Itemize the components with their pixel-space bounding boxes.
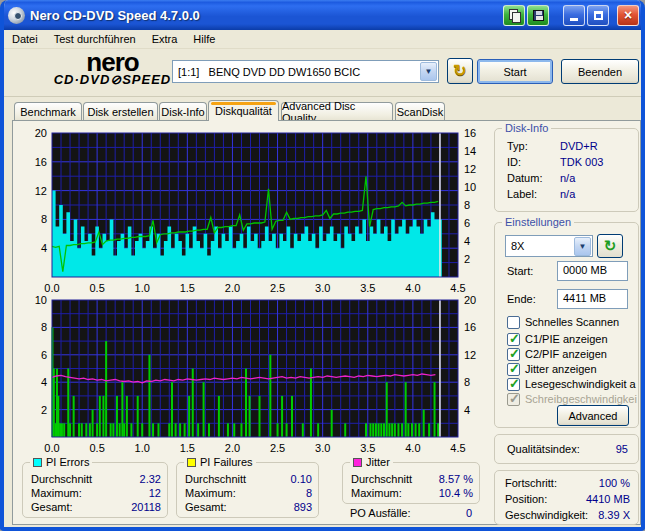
svg-text:16: 16: [464, 321, 476, 333]
tab-benchmark[interactable]: Benchmark: [14, 102, 82, 120]
svg-text:3.0: 3.0: [315, 442, 330, 454]
svg-text:16: 16: [464, 127, 476, 139]
nero-logo: nero CD·DVD⊘SPEED: [30, 50, 195, 87]
svg-text:20: 20: [35, 127, 47, 139]
svg-text:14: 14: [464, 145, 476, 157]
refresh-icon: ↻: [604, 237, 617, 255]
check-icon: ✓: [509, 346, 520, 361]
disk-info-row: Datum: n/a: [507, 172, 632, 186]
disk-info-row: Typ: DVD+R: [507, 140, 632, 154]
pi-errors-chart: 481216202468101214160.00.51.01.52.02.53.…: [18, 124, 488, 294]
progress-panel: Fortschritt: 100 % Position: 4410 MB Ges…: [494, 470, 639, 525]
tab-advanced-disc-quality[interactable]: Advanced Disc Quality: [281, 102, 393, 120]
svg-text:12: 12: [35, 185, 47, 197]
disk-info-row: ID: TDK 003: [507, 156, 632, 170]
svg-text:4: 4: [41, 376, 47, 388]
checkbox-c1-pie[interactable]: ✓ C1/PIE anzeigen: [507, 332, 608, 346]
jitter-legend-swatch: [353, 458, 362, 467]
pi-failures-stats: PI Failures Durchschnitt0.10 Maximum:8 G…: [176, 462, 319, 518]
toolbar: nero CD·DVD⊘SPEED [1:1] BENQ DVD DD DW16…: [4, 49, 641, 97]
menu-test-durchfuehren[interactable]: Test durchführen: [54, 33, 136, 45]
scan-speed-value: 8X: [506, 240, 574, 252]
svg-text:1.0: 1.0: [135, 442, 150, 454]
svg-text:2.5: 2.5: [270, 442, 285, 454]
check-icon: ✓: [509, 391, 520, 406]
pie-legend-swatch: [33, 458, 42, 467]
drive-tools-button[interactable]: ↻: [447, 58, 473, 84]
export-results-button[interactable]: [503, 5, 525, 26]
chevron-down-icon[interactable]: ▼: [420, 62, 437, 81]
pi-errors-stats-title: PI Errors: [30, 456, 92, 468]
checkbox-box: ✓: [507, 316, 520, 329]
svg-text:8: 8: [41, 213, 47, 225]
svg-text:10: 10: [464, 181, 476, 193]
start-position-field[interactable]: 0000 MB: [557, 261, 628, 281]
app-cd-icon: [8, 7, 25, 24]
close-icon: ×: [624, 8, 632, 22]
svg-text:6: 6: [41, 349, 47, 361]
checkbox-lesegeschwindigkeit[interactable]: ✓ Lesegeschwindigkeit a: [507, 377, 636, 391]
minimize-icon: [570, 18, 578, 21]
menu-hilfe[interactable]: Hilfe: [193, 33, 215, 45]
quit-button[interactable]: Beenden: [561, 59, 639, 84]
svg-text:0.5: 0.5: [89, 442, 104, 454]
drive-select[interactable]: [1:1] BENQ DVD DD DW1650 BCIC ▼: [172, 60, 439, 83]
quality-index-label: Qualitätsindex:: [507, 443, 580, 455]
start-button[interactable]: Start: [477, 59, 553, 84]
disk-info-title: Disk-Info: [502, 122, 551, 134]
tab-scandisk[interactable]: ScanDisk: [395, 102, 445, 120]
checkbox-box: ✓: [507, 348, 520, 361]
minimize-button[interactable]: [563, 5, 585, 26]
scan-speed-select[interactable]: 8X ▼: [505, 235, 593, 257]
tabstrip: Benchmark Disk erstellen Disk-Info Diskq…: [4, 100, 641, 120]
maximize-button[interactable]: [587, 5, 609, 26]
check-icon: ✓: [509, 376, 520, 391]
advanced-button[interactable]: Advanced: [557, 405, 629, 426]
tab-diskqualitaet[interactable]: Diskqualität: [208, 100, 279, 121]
svg-text:12: 12: [464, 163, 476, 175]
drive-select-value: [1:1] BENQ DVD DD DW1650 BCIC: [173, 66, 420, 78]
svg-text:16: 16: [35, 156, 47, 168]
app-window: Nero CD-DVD Speed 4.7.0.0 × Datei Test d…: [0, 0, 645, 531]
refresh-button[interactable]: ↻: [597, 234, 623, 258]
checkbox-schreibgeschwindigkeit[interactable]: ✓ Schreibgeschwindigkei: [507, 392, 637, 406]
po-failures-row: PO Ausfälle: 0: [350, 507, 472, 521]
svg-text:20: 20: [464, 294, 476, 306]
position-row: Position: 4410 MB: [505, 493, 630, 507]
svg-text:4: 4: [41, 242, 47, 254]
tab-disk-info[interactable]: Disk-Info: [159, 102, 207, 120]
checkbox-box: ✓: [507, 393, 520, 406]
svg-text:4: 4: [464, 404, 470, 416]
pi-errors-stats: PI Errors Durchschnitt2.32 Maximum:12 Ge…: [22, 462, 168, 518]
checkbox-box: ✓: [507, 378, 520, 391]
close-button[interactable]: ×: [617, 5, 639, 26]
progress-row: Fortschritt: 100 %: [505, 477, 630, 491]
settings-group: Einstellungen 8X ▼ ↻ Start: 0000 MB Ende…: [494, 222, 639, 428]
copy-icon: [509, 9, 520, 21]
check-icon: ✓: [509, 361, 520, 376]
menu-datei[interactable]: Datei: [12, 33, 38, 45]
svg-text:4: 4: [464, 235, 470, 247]
svg-text:2: 2: [464, 253, 470, 265]
tab-disk-erstellen[interactable]: Disk erstellen: [83, 102, 158, 120]
settings-title: Einstellungen: [502, 216, 574, 228]
checkbox-c2-pif[interactable]: ✓ C2/PIF anzeigen: [507, 347, 607, 361]
speed-row: Geschwindigkeit: 8.39 X: [505, 509, 630, 523]
chevron-down-icon[interactable]: ▼: [574, 237, 591, 256]
end-position-field[interactable]: 4411 MB: [557, 289, 628, 309]
save-icon: [533, 10, 544, 21]
svg-text:8: 8: [464, 199, 470, 211]
svg-text:2: 2: [41, 404, 47, 416]
checkbox-schnelles-scannen[interactable]: ✓ Schnelles Scannen: [507, 315, 619, 329]
drive-tools-icon: ↻: [453, 63, 466, 79]
titlebar: Nero CD-DVD Speed 4.7.0.0 ×: [0, 0, 645, 30]
window-title: Nero CD-DVD Speed 4.7.0.0: [30, 8, 503, 23]
checkbox-jitter[interactable]: ✓ Jitter anzeigen: [507, 362, 597, 376]
maximize-icon: [594, 11, 603, 20]
quality-index-panel: Qualitätsindex: 95: [494, 434, 639, 464]
menu-extra[interactable]: Extra: [152, 33, 178, 45]
pi-failures-chart: 246810481216200.00.51.01.52.02.53.03.54.…: [18, 292, 488, 456]
save-results-button[interactable]: [527, 5, 549, 26]
svg-text:12: 12: [464, 349, 476, 361]
disk-info-row: Label: n/a: [507, 188, 632, 202]
